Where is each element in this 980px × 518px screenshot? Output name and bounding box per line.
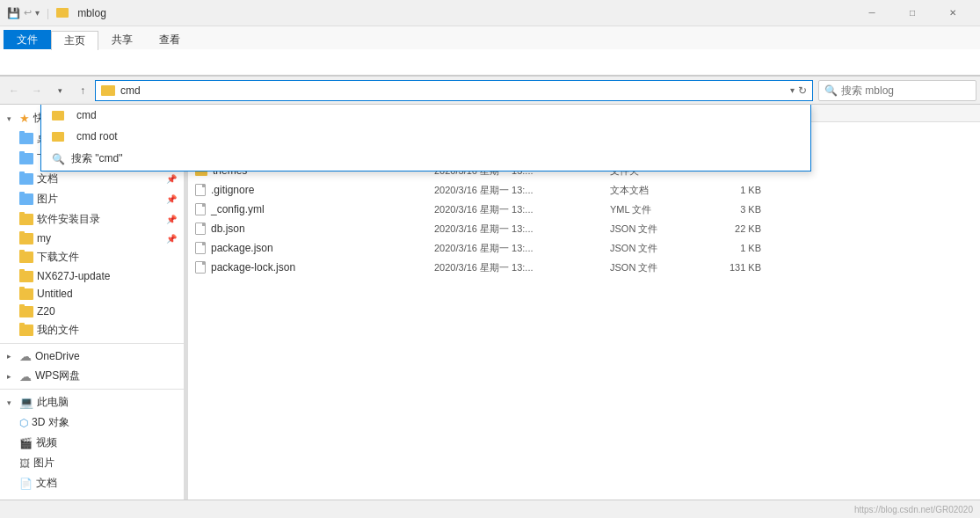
doc-icon-gitignore — [195, 184, 206, 196]
onedrive-arrow: ▸ — [7, 352, 16, 361]
title-bar-icons: 💾 ↩ ▾ | mblog — [7, 7, 106, 19]
window-title: mblog — [77, 7, 106, 19]
undo-icon[interactable]: ↩ — [24, 7, 32, 18]
file-row-dbjson[interactable]: db.json 2020/3/16 星期一 13:... JSON 文件 22 … — [188, 219, 980, 238]
autocomplete-item-cmd[interactable]: cmd — [41, 105, 810, 126]
folder-icon-my — [19, 233, 33, 244]
search-icon: 🔍 — [824, 84, 838, 97]
sidebar-item-pic[interactable]: 🖼 图片 — [0, 453, 184, 473]
minimize-button[interactable]: ─ — [852, 0, 892, 26]
address-input[interactable] — [120, 84, 787, 97]
sidebar-item-documents[interactable]: 文档 📌 — [0, 169, 184, 189]
folder-icon-nx627j — [19, 271, 33, 282]
watermark: https://blog.csdn.net/GR02020 — [854, 505, 973, 514]
autocomplete-folder-icon-2 — [52, 132, 64, 142]
wps-label: WPS网盘 — [35, 368, 177, 383]
save-icon[interactable]: 💾 — [7, 7, 20, 19]
sidebar-section-wps[interactable]: ▸ ☁ WPS网盘 — [0, 366, 184, 386]
file-row-packagelockjson[interactable]: package-lock.json 2020/3/16 星期一 13:... J… — [188, 258, 980, 277]
folder-icon-my-files — [19, 325, 33, 336]
pin-icon-my: 📌 — [166, 234, 177, 244]
ribbon: 文件 主页 共享 查看 — [0, 26, 980, 77]
pin-icon-documents: 📌 — [166, 174, 177, 184]
sidebar-item-video[interactable]: 🎬 视频 — [0, 433, 184, 453]
sidebar-item-my-files[interactable]: 我的文件 — [0, 320, 184, 340]
tab-file[interactable]: 文件 — [4, 30, 51, 49]
file-name-packagejson: package.json — [188, 242, 434, 254]
search-icon-autocomplete: 🔍 — [52, 153, 64, 165]
sidebar-item-z20[interactable]: Z20 — [0, 303, 184, 320]
tab-view[interactable]: 查看 — [146, 30, 193, 49]
folder-title-icon — [56, 8, 69, 18]
tab-share[interactable]: 共享 — [98, 30, 146, 49]
file-size-packagelockjson: 131 KB — [698, 262, 768, 273]
address-folder-icon — [101, 85, 115, 96]
file-name-dbjson: db.json — [188, 223, 434, 235]
quick-access-icon: ★ — [19, 112, 30, 125]
address-bar[interactable]: ▾ ↻ — [95, 80, 813, 101]
folder-icon-z20 — [19, 306, 33, 317]
customize-icon[interactable]: ▾ — [35, 8, 40, 18]
pin-icon-software: 📌 — [166, 215, 177, 224]
file-size-packagejson: 1 KB — [698, 243, 768, 253]
wps-icon: ☁ — [19, 369, 32, 383]
folder-icon-desktop — [19, 133, 33, 144]
tab-home[interactable]: 主页 — [51, 31, 98, 50]
file-type-packagejson: JSON 文件 — [610, 242, 698, 255]
search-input[interactable] — [841, 84, 973, 97]
doc-icon-packagelockjson — [195, 261, 206, 274]
file-date-gitignore: 2020/3/16 星期一 13:... — [434, 184, 610, 197]
recent-locations-button[interactable]: ▾ — [49, 80, 70, 101]
onedrive-icon: ☁ — [19, 349, 32, 363]
address-refresh-icon[interactable]: ↻ — [798, 84, 807, 97]
sidebar-item-doc[interactable]: 📄 文档 — [0, 473, 184, 493]
quick-access-arrow: ▾ — [7, 114, 16, 123]
sidebar-section-this-pc[interactable]: ▾ 💻 此电脑 — [0, 392, 184, 412]
autocomplete-item-search-cmd[interactable]: 🔍 搜索 "cmd" — [41, 147, 810, 171]
sidebar-item-download-files[interactable]: 下载文件 — [0, 247, 184, 267]
window-controls: ─ □ ✕ — [852, 0, 973, 26]
search-bar[interactable]: 🔍 — [818, 80, 976, 101]
picture-icon: 🖼 — [19, 457, 30, 470]
sidebar-section-onedrive[interactable]: ▸ ☁ OneDrive — [0, 347, 184, 366]
sidebar-divider-1 — [0, 343, 184, 344]
back-button[interactable]: ← — [4, 80, 25, 101]
address-dropdown-arrow[interactable]: ▾ — [790, 85, 795, 95]
file-type-config: YML 文件 — [610, 203, 698, 216]
doc-icon-packagejson — [195, 242, 206, 254]
forward-button[interactable]: → — [26, 80, 47, 101]
doc-icon-dbjson — [195, 223, 206, 235]
close-button[interactable]: ✕ — [933, 0, 973, 26]
sidebar-item-nx627j[interactable]: NX627J-update — [0, 267, 184, 285]
file-row-gitignore[interactable]: .gitignore 2020/3/16 星期一 13:... 文本文档 1 K… — [188, 180, 980, 200]
this-pc-arrow: ▾ — [7, 398, 16, 407]
file-row-packagejson[interactable]: package.json 2020/3/16 星期一 13:... JSON 文… — [188, 238, 980, 258]
sidebar-item-untitled[interactable]: Untitled — [0, 285, 184, 303]
folder-icon-downloads — [19, 153, 33, 164]
sidebar-item-pictures[interactable]: 图片 📌 — [0, 189, 184, 209]
file-date-packagelockjson: 2020/3/16 星期一 13:... — [434, 261, 610, 274]
file-name-packagelockjson: package-lock.json — [188, 261, 434, 274]
autocomplete-dropdown: cmd cmd root 🔍 搜索 "cmd" — [40, 105, 811, 171]
folder-icon-software — [19, 214, 33, 225]
autocomplete-item-cmd-root[interactable]: cmd root — [41, 126, 810, 147]
folder-icon-documents — [19, 173, 33, 185]
pin-icon-pictures: 📌 — [166, 194, 177, 204]
folder-icon-untitled — [19, 288, 33, 300]
folder-icon-download-files — [19, 252, 33, 263]
sidebar-item-software[interactable]: 软件安装目录 📌 — [0, 209, 184, 230]
up-button[interactable]: ↑ — [72, 80, 93, 101]
video-icon: 🎬 — [19, 437, 33, 449]
file-type-dbjson: JSON 文件 — [610, 223, 698, 236]
sidebar-divider-2 — [0, 389, 184, 390]
this-pc-label: 此电脑 — [37, 395, 177, 410]
sidebar-item-my[interactable]: my 📌 — [0, 230, 184, 247]
file-size-config: 3 KB — [698, 204, 768, 215]
maximize-button[interactable]: □ — [892, 0, 933, 26]
file-size-gitignore: 1 KB — [698, 185, 768, 195]
autocomplete-folder-icon-1 — [52, 111, 64, 120]
sidebar-item-3d[interactable]: ⬡ 3D 对象 — [0, 412, 184, 433]
file-date-packagejson: 2020/3/16 星期一 13:... — [434, 242, 610, 255]
file-row-config[interactable]: _config.yml 2020/3/16 星期一 13:... YML 文件 … — [188, 200, 980, 219]
folder-icon-pictures — [19, 193, 33, 205]
